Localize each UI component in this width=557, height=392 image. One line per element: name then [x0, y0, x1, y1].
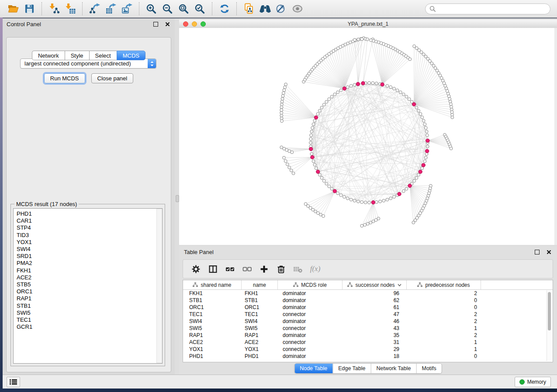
tab-mcds[interactable]: MCDS	[117, 51, 145, 60]
mcds-result-item[interactable]: SRD1	[17, 253, 162, 260]
table-row[interactable]: RAP1 RAP1 dominator 35 2	[183, 332, 553, 339]
mcds-result-item[interactable]: SWI5	[17, 309, 162, 316]
clone-network-button[interactable]	[241, 1, 257, 16]
mcds-network-node[interactable]	[426, 139, 429, 142]
mcds-network-node[interactable]	[343, 87, 346, 90]
mcds-network-node[interactable]	[419, 170, 422, 173]
mcds-result-item[interactable]: ORC1	[17, 288, 162, 295]
save-session-button[interactable]	[21, 1, 38, 16]
mcds-result-item[interactable]: STB5	[17, 281, 162, 288]
mcds-result-item[interactable]: FKH1	[17, 267, 162, 274]
network-window-titlebar[interactable]: YPA_prune.txt_1	[179, 19, 557, 28]
zoom-selected-button[interactable]	[192, 1, 208, 16]
mcds-result-item[interactable]: CAR1	[17, 217, 162, 224]
network-graph[interactable]	[179, 28, 554, 245]
search-input[interactable]	[425, 3, 550, 14]
mcds-result-item[interactable]: STP4	[17, 224, 162, 231]
table-row[interactable]: SWI5 SWI5 connector 43 1	[183, 325, 553, 332]
mcds-network-node[interactable]	[425, 149, 429, 153]
table-row[interactable]: ORC1 ORC1 dominator 61 0	[183, 304, 553, 311]
column-header-shared-name[interactable]: shared name	[183, 280, 242, 289]
mcds-result-item[interactable]: RAP1	[17, 295, 162, 302]
tab-select[interactable]: Select	[89, 51, 117, 60]
column-header-name[interactable]: name	[242, 280, 278, 289]
export-network-button[interactable]	[86, 1, 103, 16]
export-table-button[interactable]	[103, 1, 119, 16]
mcds-result-item[interactable]: ACE2	[17, 274, 162, 281]
close-mcds-panel-button[interactable]: Close panel	[91, 73, 134, 83]
function-builder-button[interactable]: f(x)	[307, 262, 324, 276]
mcds-network-node[interactable]	[412, 103, 415, 106]
table-mode-button[interactable]	[204, 262, 221, 276]
mcds-network-node[interactable]	[381, 83, 384, 86]
column-header-predecessor-nodes[interactable]: predecessor nodes	[407, 280, 481, 289]
window-close-button[interactable]	[183, 21, 188, 27]
mcds-list-scrollbar[interactable]	[156, 209, 162, 363]
float-table-panel-button[interactable]	[533, 248, 540, 255]
zoom-fit-button[interactable]	[176, 1, 192, 16]
table-row[interactable]: ACE2 ACE2 connector 31 1	[183, 339, 553, 346]
mcds-network-node[interactable]	[311, 155, 314, 159]
first-neighbors-button[interactable]	[257, 1, 273, 16]
mcds-result-item[interactable]: PMA2	[17, 260, 162, 267]
mcds-network-node[interactable]	[408, 184, 412, 187]
mcds-network-node[interactable]	[422, 163, 425, 167]
show-all-button[interactable]	[289, 1, 305, 16]
close-panel-button[interactable]	[164, 21, 171, 28]
mcds-network-node[interactable]	[398, 192, 401, 196]
open-session-button[interactable]	[5, 1, 21, 16]
table-row[interactable]: PHD1 PHD1 dominator 18 0	[183, 353, 553, 360]
window-zoom-button[interactable]	[201, 21, 206, 27]
mcds-network-node[interactable]	[371, 200, 375, 204]
tab-motifs[interactable]: Motifs	[416, 364, 441, 373]
mcds-result-item[interactable]: TID3	[17, 232, 162, 239]
mcds-result-item[interactable]: YOX1	[17, 239, 162, 246]
show-task-history-button[interactable]	[7, 377, 20, 387]
table-row[interactable]: YOX1 YOX1 connector 29 1	[183, 346, 553, 353]
mcds-result-item[interactable]: PHD1	[17, 210, 162, 217]
export-image-button[interactable]	[119, 1, 135, 16]
mcds-network-node[interactable]	[316, 170, 320, 173]
table-row[interactable]: STB1 STB1 dominator 62 0	[183, 297, 553, 304]
table-row[interactable]: FKH1 FKH1 dominator 96 2	[183, 290, 553, 297]
apply-layout-button[interactable]	[216, 1, 232, 16]
run-mcds-button[interactable]: Run MCDS	[44, 73, 85, 83]
mcds-result-item[interactable]: SWI4	[17, 246, 162, 253]
tab-network[interactable]: Network	[32, 51, 65, 60]
mcds-network-node[interactable]	[361, 82, 365, 85]
zoom-in-button[interactable]	[143, 1, 159, 16]
mcds-result-item[interactable]: GCR1	[17, 323, 162, 330]
tab-node-table[interactable]: Node Table	[294, 364, 332, 373]
vertical-splitter[interactable]	[175, 18, 179, 375]
hide-selected-button[interactable]	[273, 1, 289, 16]
memory-button[interactable]: Memory	[515, 377, 551, 387]
table-scrollbar[interactable]	[547, 290, 552, 361]
window-minimize-button[interactable]	[192, 21, 197, 27]
delete-columns-button[interactable]	[273, 262, 290, 276]
mcds-network-node[interactable]	[356, 82, 360, 86]
deselect-all-columns-button[interactable]	[239, 262, 256, 276]
import-table-button[interactable]	[62, 1, 78, 16]
tab-style[interactable]: Style	[65, 51, 89, 60]
column-header-mcds-role[interactable]: MCDS role	[278, 280, 343, 289]
table-settings-button[interactable]	[187, 262, 204, 276]
table-row[interactable]: TEC1 TEC1 connector 47 2	[183, 311, 553, 318]
delete-table-button[interactable]	[290, 262, 307, 276]
mcds-network-node[interactable]	[314, 116, 318, 119]
mcds-network-node[interactable]	[309, 147, 313, 151]
import-network-button[interactable]	[46, 1, 62, 16]
tab-edge-table[interactable]: Edge Table	[332, 364, 370, 373]
create-column-button[interactable]	[256, 262, 273, 276]
zoom-out-button[interactable]	[159, 1, 176, 16]
select-all-columns-button[interactable]	[221, 262, 239, 276]
mcds-result-item[interactable]: STB1	[17, 303, 162, 309]
mcds-result-item[interactable]: TEC1	[17, 316, 162, 323]
tab-network-table[interactable]: Network Table	[371, 364, 416, 373]
table-scrollbar-thumb[interactable]	[548, 292, 551, 330]
close-table-panel-button[interactable]	[545, 248, 552, 255]
network-canvas[interactable]	[179, 28, 557, 245]
column-header-successor-nodes[interactable]: successor nodes	[343, 280, 407, 289]
table-row[interactable]: SWI4 SWI4 dominator 46 2	[183, 318, 553, 325]
mcds-network-node[interactable]	[333, 189, 336, 193]
float-panel-button[interactable]	[152, 21, 159, 28]
